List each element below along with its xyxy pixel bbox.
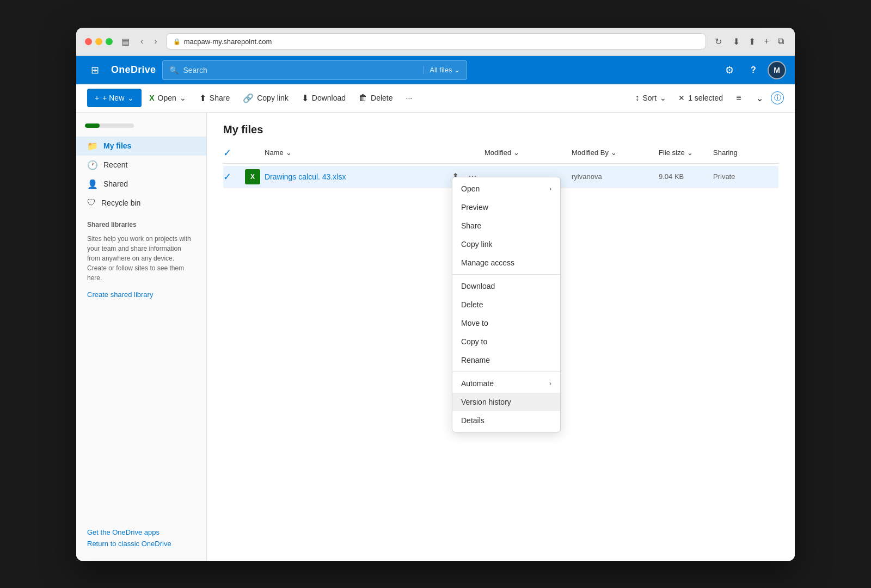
copy-link-button[interactable]: 🔗 Copy link xyxy=(237,89,294,107)
browser-window: ▤ ‹ › 🔒 macpaw-my.sharepoint.com ↻ ⬇ ⬆ +… xyxy=(76,28,795,561)
table-row[interactable]: ✓ X Drawings calcul. 43.xlsx ⬆ ⋯ xyxy=(223,166,778,188)
context-menu-item-label-copy-to: Copy to xyxy=(461,337,487,346)
col-modified-header[interactable]: Modified ⌄ xyxy=(484,148,572,157)
context-menu-item-preview[interactable]: Preview xyxy=(452,198,560,216)
context-menu: Open›PreviewShareCopy linkManage accessD… xyxy=(452,177,561,432)
reload-button[interactable]: ↻ xyxy=(713,34,724,49)
open-button[interactable]: X Open ⌄ xyxy=(144,89,192,107)
col-modified-by-sort-icon: ⌄ xyxy=(611,148,617,157)
copy-link-label: Copy link xyxy=(257,94,289,102)
sidebar-item-shared[interactable]: 👤 Shared xyxy=(76,175,206,194)
context-menu-item-delete[interactable]: Delete xyxy=(452,295,560,314)
context-menu-item-download[interactable]: Download xyxy=(452,277,560,295)
address-bar[interactable]: 🔒 macpaw-my.sharepoint.com xyxy=(166,33,706,49)
search-scope-label: All files xyxy=(430,66,452,74)
row-modified-by: ryivanova xyxy=(572,172,659,181)
return-classic-link[interactable]: Return to classic OneDrive xyxy=(87,540,195,548)
more-button[interactable]: ··· xyxy=(401,89,418,107)
check-icon: ✓ xyxy=(223,171,231,182)
sidebar-footer: Get the OneDrive apps Return to classic … xyxy=(76,522,206,554)
selected-count-label: 1 selected xyxy=(688,94,723,102)
view-chevron-button[interactable]: ⌄ xyxy=(750,89,769,107)
file-size-value: 9.04 KB xyxy=(659,172,684,181)
search-scope-selector[interactable]: All files ⌄ xyxy=(424,66,460,74)
select-all-icon: ✓ xyxy=(223,147,231,158)
context-menu-item-automate[interactable]: Automate› xyxy=(452,374,560,393)
context-menu-item-move-to[interactable]: Move to xyxy=(452,314,560,332)
search-bar[interactable]: 🔍 Search All files ⌄ xyxy=(162,60,467,80)
copy-link-icon: 🔗 xyxy=(243,93,254,103)
delete-label: Delete xyxy=(371,94,392,102)
excel-open-icon: X xyxy=(149,94,154,102)
context-menu-item-manage-access[interactable]: Manage access xyxy=(452,253,560,272)
context-menu-item-open[interactable]: Open› xyxy=(452,180,560,198)
row-sharing: Private xyxy=(713,172,778,181)
context-menu-item-share[interactable]: Share xyxy=(452,216,560,235)
sidebar-item-recycle-bin[interactable]: 🛡 Recycle bin xyxy=(76,194,206,212)
tabs-icon[interactable]: ⧉ xyxy=(776,34,786,48)
row-file-icon: X xyxy=(245,169,265,184)
context-menu-item-copy-link[interactable]: Copy link xyxy=(452,235,560,253)
file-modified-by-value: ryivanova xyxy=(572,172,602,181)
help-icon[interactable]: ? xyxy=(744,60,763,80)
info-button[interactable]: ⓘ xyxy=(771,91,784,104)
context-menu-item-copy-to[interactable]: Copy to xyxy=(452,332,560,351)
share-browser-icon[interactable]: ⬆ xyxy=(746,34,758,49)
col-modified-by-header[interactable]: Modified By ⌄ xyxy=(572,148,659,157)
shared-libraries-description: Sites help you work on projects with you… xyxy=(76,232,206,288)
maximize-button[interactable] xyxy=(106,38,113,45)
browser-chrome: ▤ ‹ › 🔒 macpaw-my.sharepoint.com ↻ ⬇ ⬆ +… xyxy=(76,28,795,56)
col-size-header[interactable]: File size ⌄ xyxy=(659,148,713,157)
recycle-bin-label: Recycle bin xyxy=(101,199,140,207)
share-label: Share xyxy=(210,94,230,102)
share-icon: ⬆ xyxy=(199,93,206,103)
page-title: My files xyxy=(223,123,778,136)
context-menu-divider xyxy=(452,274,560,275)
new-plus-icon: + xyxy=(95,94,99,102)
back-button[interactable]: ‹ xyxy=(138,34,145,48)
context-menu-item-label-automate: Automate xyxy=(461,379,494,388)
recycle-bin-icon: 🛡 xyxy=(87,198,96,208)
storage-bar xyxy=(85,123,134,128)
view-toggle-button[interactable]: ≡ xyxy=(729,89,748,107)
downloads-icon[interactable]: ⬇ xyxy=(731,34,742,49)
row-check[interactable]: ✓ xyxy=(223,171,245,183)
selected-indicator: ✕ 1 selected xyxy=(674,94,727,102)
context-menu-item-label-manage-access: Manage access xyxy=(461,258,514,267)
download-button[interactable]: ⬇ Download xyxy=(296,89,351,107)
row-size: 9.04 KB xyxy=(659,172,713,181)
sort-label: Sort xyxy=(642,94,657,102)
close-button[interactable] xyxy=(85,38,92,45)
settings-icon[interactable]: ⚙ xyxy=(720,60,739,80)
new-label: + New xyxy=(102,94,124,102)
context-menu-item-rename[interactable]: Rename xyxy=(452,351,560,369)
browser-actions: ⬇ ⬆ + ⧉ xyxy=(731,34,786,49)
share-button[interactable]: ⬆ Share xyxy=(194,89,235,107)
file-name-link[interactable]: Drawings calcul. 43.xlsx xyxy=(265,172,443,181)
toolbar-right: ↕ Sort ⌄ ✕ 1 selected ≡ ⌄ ⓘ xyxy=(629,89,784,107)
new-tab-icon[interactable]: + xyxy=(762,34,771,48)
shared-icon: 👤 xyxy=(87,179,98,189)
more-icon: ··· xyxy=(406,94,413,102)
col-name-header[interactable]: Name ⌄ xyxy=(265,148,484,157)
get-apps-link[interactable]: Get the OneDrive apps xyxy=(87,528,195,536)
context-menu-item-version-history[interactable]: Version history xyxy=(452,393,560,411)
apps-grid-icon[interactable]: ⊞ xyxy=(85,60,105,80)
open-label: Open xyxy=(158,94,176,102)
storage-fill xyxy=(85,123,100,128)
sidebar-item-recent[interactable]: 🕐 Recent xyxy=(76,156,206,175)
context-menu-item-details[interactable]: Details xyxy=(452,411,560,430)
file-list-header: ✓ Name ⌄ Modified ⌄ Modified By ⌄ xyxy=(223,147,778,164)
minimize-button[interactable] xyxy=(95,38,102,45)
sidebar-item-my-files[interactable]: 📁 My files xyxy=(76,137,206,156)
col-size-sort-icon: ⌄ xyxy=(687,148,693,157)
new-button[interactable]: + + New ⌄ xyxy=(87,89,142,107)
header-check[interactable]: ✓ xyxy=(223,147,245,159)
delete-button[interactable]: 🗑 Delete xyxy=(353,89,398,107)
forward-button[interactable]: › xyxy=(152,34,159,48)
create-shared-library-link[interactable]: Create shared library xyxy=(76,288,206,301)
sidebar-toggle-icon[interactable]: ▤ xyxy=(119,34,132,49)
sort-button[interactable]: ↕ Sort ⌄ xyxy=(629,89,672,107)
deselect-button[interactable]: ✕ xyxy=(678,94,685,102)
avatar[interactable]: M xyxy=(768,61,786,79)
